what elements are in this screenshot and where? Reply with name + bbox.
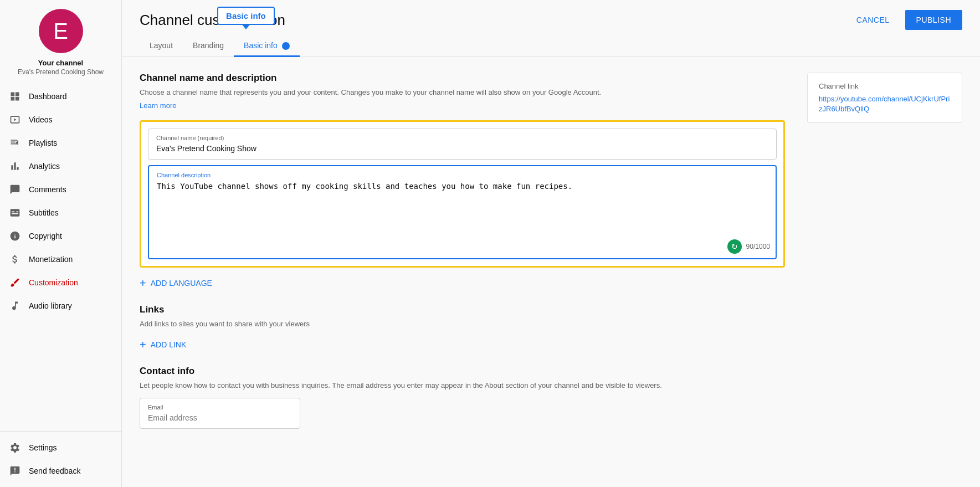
sidebar-item-copyright[interactable]: Copyright	[0, 224, 121, 248]
tab-branding[interactable]: Branding	[183, 35, 234, 57]
tab-layout[interactable]: Layout	[140, 35, 183, 57]
sidebar-item-settings[interactable]: Settings	[0, 436, 121, 459]
add-link-button[interactable]: + ADD LINK	[140, 339, 186, 350]
add-language-button[interactable]: + ADD LANGUAGE	[140, 278, 212, 289]
channel-description-textarea[interactable]	[149, 178, 776, 234]
main-content: Channel customization CANCEL PUBLISH Lay…	[122, 0, 980, 487]
sidebar-nav: Dashboard Videos Playlists Analytics	[0, 85, 121, 317]
sidebar-bottom: Settings Send feedback	[0, 427, 121, 487]
sidebar-item-monetization[interactable]: Monetization	[0, 248, 121, 271]
refresh-icon[interactable]: ↻	[727, 239, 742, 254]
char-count: 90/1000	[746, 243, 770, 250]
gear-icon	[9, 442, 21, 454]
header-actions: CANCEL PUBLISH	[848, 10, 962, 30]
channel-name-input[interactable]	[156, 144, 768, 153]
sidebar-item-dashboard[interactable]: Dashboard	[0, 85, 121, 108]
bar-chart-icon	[9, 160, 21, 172]
sidebar-item-audio-library[interactable]: Audio library	[0, 294, 121, 317]
sidebar-channel-name: Eva's Pretend Cooking Show	[12, 68, 109, 76]
email-field[interactable]: Email	[140, 398, 300, 429]
email-label: Email	[148, 404, 292, 411]
right-column: Channel link https://youtube.com/channel…	[807, 73, 962, 123]
cancel-button[interactable]: CANCEL	[848, 11, 899, 29]
channel-name-section: Channel name and description Choose a ch…	[140, 73, 962, 268]
sidebar-item-analytics[interactable]: Analytics	[0, 155, 121, 178]
plus-icon: +	[140, 278, 146, 289]
feedback-icon	[9, 465, 21, 477]
dollar-icon	[9, 253, 21, 265]
basic-info-tooltip: Basic info	[217, 7, 275, 25]
grid-icon	[9, 90, 21, 102]
learn-more-link[interactable]: Learn more	[140, 101, 176, 110]
sidebar-item-playlists[interactable]: Playlists	[0, 131, 121, 155]
video-icon	[9, 114, 21, 126]
tabs-bar: Layout Branding Basic info Basic info	[122, 30, 980, 57]
contact-section-title: Contact info	[140, 366, 962, 377]
email-input[interactable]	[148, 413, 292, 422]
channel-link-label: Channel link	[819, 82, 951, 90]
channel-link-url[interactable]: https://youtube.com/channel/UCjKkrUfPriz…	[819, 95, 950, 113]
sidebar-item-comments[interactable]: Comments	[0, 178, 121, 201]
section-title-channel-name: Channel name and description	[140, 73, 785, 84]
your-channel-label: Your channel	[38, 59, 83, 67]
channel-name-field[interactable]: Channel name (required)	[148, 129, 777, 160]
content-area: Channel name and description Choose a ch…	[122, 57, 980, 487]
comment-icon	[9, 183, 21, 196]
highlighted-fields-wrapper: Channel name (required) Channel descript…	[140, 120, 785, 268]
contact-section: Contact info Let people know how to cont…	[140, 366, 962, 429]
links-section-title: Links	[140, 304, 962, 315]
subtitles-icon	[9, 207, 21, 219]
channel-description-label: Channel description	[149, 166, 776, 178]
links-section-desc: Add links to sites you want to share wit…	[140, 319, 962, 330]
left-column: Channel name and description Choose a ch…	[140, 73, 785, 268]
contact-section-desc: Let people know how to contact you with …	[140, 380, 962, 391]
copyright-icon	[9, 230, 21, 242]
sidebar-item-customization[interactable]: Customization	[0, 271, 121, 294]
publish-button[interactable]: PUBLISH	[905, 10, 962, 30]
section-desc-channel-name: Choose a channel name that represents yo…	[140, 87, 785, 98]
tab-basic-info[interactable]: Basic info Basic info	[234, 35, 300, 57]
brush-icon	[9, 276, 21, 289]
music-icon	[9, 300, 21, 312]
avatar: E	[39, 9, 83, 53]
channel-link-box: Channel link https://youtube.com/channel…	[807, 73, 962, 123]
sidebar-item-videos[interactable]: Videos	[0, 108, 121, 131]
channel-name-label: Channel name (required)	[156, 135, 768, 141]
sidebar: E Your channel Eva's Pretend Cooking Sho…	[0, 0, 122, 487]
links-section: Links Add links to sites you want to sha…	[140, 304, 962, 351]
plus-icon-link: +	[140, 339, 146, 350]
channel-description-field[interactable]: Channel description ↻ 90/1000	[148, 165, 777, 259]
textarea-footer: ↻ 90/1000	[149, 236, 776, 258]
sidebar-item-subtitles[interactable]: Subtitles	[0, 201, 121, 224]
sidebar-item-send-feedback[interactable]: Send feedback	[0, 459, 121, 483]
list-icon	[9, 137, 21, 149]
tooltip-dot	[282, 42, 290, 50]
